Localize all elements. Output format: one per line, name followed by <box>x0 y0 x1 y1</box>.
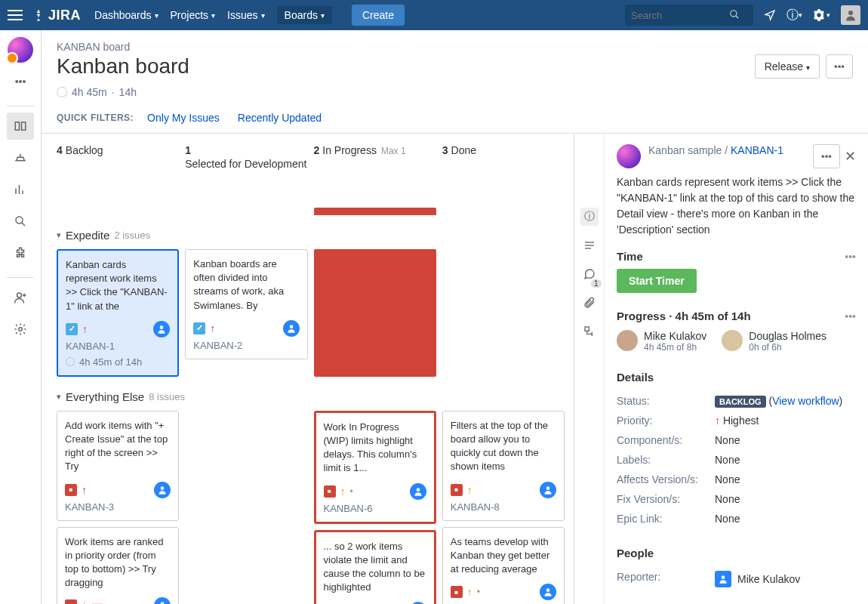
field-fix-versions: Fix Version/s: None <box>617 489 856 509</box>
svg-line-9 <box>22 223 26 226</box>
card-kanban-6[interactable]: Work In Progress (WIP) limits highlight … <box>314 411 436 524</box>
days-in-column-icon: •••• <box>91 599 102 604</box>
svg-point-0 <box>731 10 737 16</box>
card-key[interactable]: KANBAN-3 <box>65 501 171 513</box>
quick-filters-label: QUICK FILTERS: <box>57 112 134 123</box>
card-kanban-1[interactable]: Kanban cards represent work items >> Cli… <box>57 249 179 377</box>
priority-high-icon: ↑ <box>467 586 472 598</box>
nav-projects[interactable]: Projects▾ <box>171 9 216 21</box>
chevron-down-icon: ▾ <box>57 392 61 402</box>
search-box[interactable] <box>625 5 753 26</box>
rail-addons-icon[interactable] <box>7 239 34 267</box>
priority-high-icon: ↑ <box>467 484 472 496</box>
issue-summary: Kanban cards represent work items >> Cli… <box>617 174 856 238</box>
detail-description-icon[interactable] <box>580 236 599 254</box>
svg-rect-4 <box>22 122 26 131</box>
time-section-label: Time <box>617 250 845 263</box>
column-backlog[interactable]: 4Backlog <box>57 144 179 170</box>
detail-comments-icon[interactable]: 1 <box>580 265 599 283</box>
create-button[interactable]: Create <box>352 5 405 26</box>
card-key[interactable]: KANBAN-1 <box>66 341 170 352</box>
progress-section-label: Progress · 4h 45m of 14h <box>617 310 845 322</box>
card-kanban-3[interactable]: Add work items with "+ Create Issue" at … <box>57 411 179 521</box>
breadcrumb[interactable]: KANBAN board <box>57 41 853 53</box>
swimlane-everything-else[interactable]: ▾ Everything Else 8 issues <box>57 390 565 403</box>
profile-avatar[interactable] <box>841 5 860 25</box>
page-title: Kanban board <box>57 54 755 79</box>
rail-board-icon[interactable] <box>7 112 34 140</box>
issue-key-link[interactable]: KANBAN-1 <box>731 144 783 156</box>
column-done[interactable]: 3Done <box>442 144 565 170</box>
close-icon[interactable]: ✕ <box>845 148 856 165</box>
jira-logo[interactable]: JIRA <box>32 8 81 23</box>
settings-icon[interactable]: ▾ <box>813 9 830 21</box>
top-bar: JIRA Dashboards▾ Projects▾ Issues▾ Board… <box>0 0 868 30</box>
card-kanban-9[interactable]: As teams develop with Kanban they get be… <box>442 527 565 605</box>
column-selected[interactable]: 1Selected for Development <box>185 144 307 170</box>
card-kanban-2[interactable]: Kanban boards are often divided into str… <box>185 249 307 359</box>
progress-more-icon[interactable]: ••• <box>845 310 856 322</box>
detail-attachments-icon[interactable] <box>580 294 599 312</box>
page-header: KANBAN board Kanban board Release▾ ••• 4… <box>42 30 868 133</box>
field-affects-versions: Affects Version/s: None <box>617 470 856 489</box>
card-kanban-4[interactable]: Work items are ranked in priority order … <box>57 527 179 605</box>
task-icon <box>193 322 205 334</box>
nav-dashboards[interactable]: Dashboards▾ <box>94 9 159 21</box>
detail-more-button[interactable]: ••• <box>813 144 840 168</box>
assignee-avatar <box>540 584 556 600</box>
rail-settings-icon[interactable] <box>7 316 34 343</box>
filter-only-my-issues[interactable]: Only My Issues <box>147 112 220 124</box>
svg-point-20 <box>546 486 550 490</box>
overlimit-column-fill <box>314 249 436 377</box>
release-button[interactable]: Release▾ <box>755 54 820 79</box>
assignee-avatar <box>283 320 300 337</box>
assignee-avatar <box>154 482 171 498</box>
svg-point-18 <box>416 488 420 492</box>
card-kanban-7[interactable]: ... so 2 work items violate the limit an… <box>314 530 436 605</box>
card-kanban-8[interactable]: Filters at the top of the board allow yo… <box>442 411 565 521</box>
view-workflow-link[interactable]: View workflow <box>772 395 839 407</box>
detail-info-icon[interactable]: ⓘ <box>580 208 599 226</box>
assignee-avatar <box>154 597 171 604</box>
story-icon <box>324 485 336 498</box>
svg-rect-3 <box>15 122 19 131</box>
search-input[interactable] <box>631 10 729 21</box>
progress-person-2: Douglas Holmes 0h of 6h <box>722 330 826 353</box>
nav-issues[interactable]: Issues▾ <box>227 9 264 21</box>
svg-point-16 <box>161 486 165 490</box>
app-switcher-icon[interactable] <box>8 10 23 20</box>
detail-subtasks-icon[interactable] <box>580 322 599 341</box>
priority-highest-icon: ↑ <box>82 484 87 496</box>
rail-ship-icon[interactable] <box>7 144 34 171</box>
swimlane-expedite[interactable]: ▾ Expedite 2 issues <box>57 229 565 242</box>
project-icon <box>617 144 641 168</box>
svg-rect-25 <box>585 327 589 331</box>
board-more-button[interactable]: ••• <box>826 54 853 79</box>
field-epic-link: Epic Link: None <box>617 509 856 528</box>
card-key[interactable]: KANBAN-8 <box>451 501 556 513</box>
card-key[interactable]: KANBAN-2 <box>193 340 299 351</box>
column-in-progress[interactable]: 2In ProgressMax 1 <box>314 144 436 170</box>
rail-reports-icon[interactable] <box>7 176 34 203</box>
svg-point-26 <box>722 575 725 579</box>
nav-boards[interactable]: Boards▾ <box>277 6 332 24</box>
rail-search-icon[interactable] <box>7 208 34 235</box>
feedback-icon[interactable] <box>764 9 776 21</box>
svg-point-14 <box>160 325 164 329</box>
time-more-icon[interactable]: ••• <box>845 251 856 263</box>
svg-point-2 <box>848 11 853 15</box>
svg-point-13 <box>19 328 23 331</box>
reporter-avatar <box>715 571 731 587</box>
project-avatar[interactable] <box>7 36 34 63</box>
card-key[interactable]: KANBAN-6 <box>324 503 426 514</box>
filter-recently-updated[interactable]: Recently Updated <box>238 112 322 124</box>
rail-add-user-icon[interactable] <box>7 284 34 311</box>
priority-highest-icon: ↑ <box>82 599 87 604</box>
start-timer-button[interactable]: Start Timer <box>617 269 697 293</box>
field-reporter: Reporter: Mike Kulakov <box>617 567 856 591</box>
chevron-down-icon: ▾ <box>57 230 61 240</box>
rail-more-icon[interactable]: ••• <box>7 68 34 95</box>
help-icon[interactable]: ⓘ▾ <box>786 8 802 23</box>
logo-text: JIRA <box>48 8 81 23</box>
field-labels: Labels: None <box>617 450 856 470</box>
